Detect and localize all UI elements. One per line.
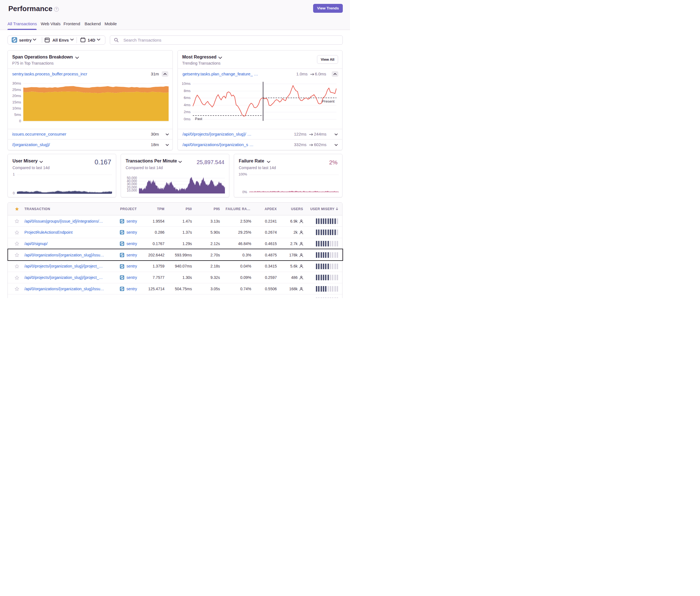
svg-text:Present: Present bbox=[322, 99, 334, 103]
svg-text:Past: Past bbox=[195, 117, 202, 121]
